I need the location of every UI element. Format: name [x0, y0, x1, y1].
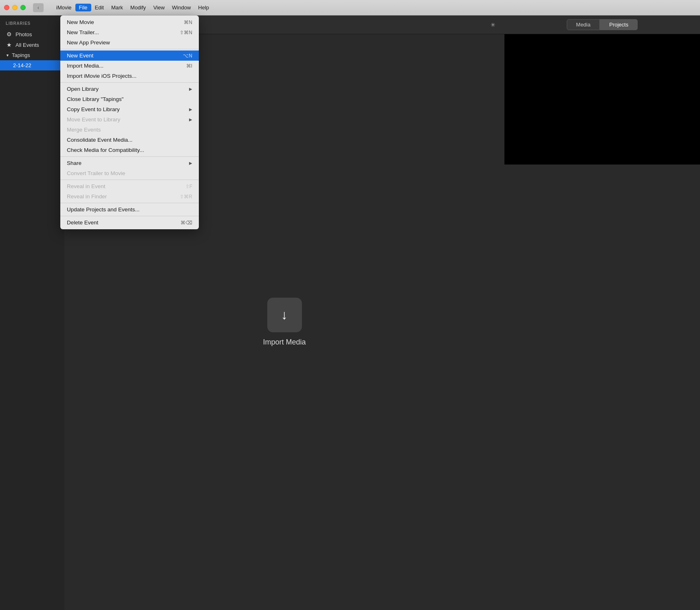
close-button[interactable]: [4, 5, 9, 10]
menubar-edit[interactable]: Edit: [91, 4, 108, 11]
menubar-mark[interactable]: Mark: [108, 4, 127, 11]
menu-new-event[interactable]: New Event ⌥N: [60, 50, 199, 61]
sidebar: LIBRARIES ⚙ Photos ★ All Events ▼ Taping…: [0, 15, 64, 610]
import-media-button[interactable]: ↓: [267, 298, 302, 332]
sidebar-group-tapings-label: Tapings: [12, 52, 30, 58]
back-button[interactable]: ‹: [33, 3, 44, 12]
menubar-window[interactable]: Window: [168, 4, 194, 11]
copy-event-arrow-icon: ▶: [189, 107, 192, 112]
menu-open-library[interactable]: Open Library ▶: [60, 84, 199, 94]
menu-open-library-label: Open Library: [67, 86, 99, 92]
menu-close-library-label: Close Library "Tapings": [67, 96, 123, 102]
menu-reveal-in-finder-shortcut: ⇧⌘R: [180, 194, 192, 200]
sidebar-item-all-events[interactable]: ★ All Events: [0, 39, 64, 50]
sidebar-group-tapings[interactable]: ▼ Tapings: [0, 50, 64, 60]
menu-import-media-shortcut: ⌘I: [186, 63, 192, 69]
import-media-label: Import Media: [263, 338, 306, 347]
menu-move-event-label: Move Event to Library: [67, 116, 120, 123]
menu-bar: ‹ iMovie File Edit Mark Modify View Wind…: [0, 0, 700, 15]
menu-delete-event-shortcut: ⌘⌫: [181, 220, 192, 226]
traffic-lights: [4, 5, 26, 10]
menubar-imovie[interactable]: iMovie: [53, 4, 75, 11]
menu-delete-event-label: Delete Event: [67, 219, 98, 226]
menu-new-movie-shortcut: ⌘N: [184, 20, 192, 25]
menu-merge-events[interactable]: Merge Events: [60, 125, 199, 135]
menu-convert-trailer-label: Convert Trailer to Movie: [67, 170, 125, 176]
menu-new-movie-label: New Movie: [67, 19, 94, 25]
menubar-help[interactable]: Help: [194, 4, 213, 11]
menu-convert-trailer[interactable]: Convert Trailer to Movie: [60, 168, 199, 178]
menu-reveal-in-event-label: Reveal in Event: [67, 183, 106, 189]
triangle-icon: ▼: [6, 53, 9, 57]
sidebar-item-photos-label: Photos: [15, 31, 32, 37]
menu-check-media-label: Check Media for Compatibility...: [67, 147, 144, 153]
tab-media[interactable]: Media: [567, 19, 600, 30]
sidebar-item-date-label: 2-14-22: [13, 62, 31, 68]
menu-reveal-in-event[interactable]: Reveal in Event ⇧F: [60, 181, 199, 191]
menu-new-app-preview-label: New App Preview: [67, 39, 110, 46]
menu-divider-5: [60, 203, 199, 203]
menu-consolidate-event[interactable]: Consolidate Event Media...: [60, 135, 199, 145]
menu-update-projects[interactable]: Update Projects and Events...: [60, 204, 199, 215]
menu-new-trailer-shortcut: ⇧⌘N: [180, 30, 192, 35]
menu-new-event-shortcut: ⌥N: [183, 53, 192, 59]
menu-divider-3: [60, 156, 199, 157]
photos-icon: ⚙: [6, 31, 12, 37]
menu-import-media[interactable]: Import Media... ⌘I: [60, 61, 199, 71]
menu-new-trailer-label: New Trailer...: [67, 29, 99, 35]
video-preview-area: [504, 34, 700, 165]
share-arrow-icon: ▶: [189, 161, 192, 165]
right-panel-topbar: Media Projects: [504, 15, 700, 34]
sidebar-item-photos[interactable]: ⚙ Photos: [0, 29, 64, 39]
menu-reveal-in-event-shortcut: ⇧F: [185, 184, 192, 189]
menu-divider-6: [60, 216, 199, 216]
menu-import-ios-label: Import iMovie iOS Projects...: [67, 73, 136, 79]
menubar-file[interactable]: File: [75, 4, 91, 11]
menu-import-ios[interactable]: Import iMovie iOS Projects...: [60, 71, 199, 81]
menubar-view[interactable]: View: [150, 4, 168, 11]
menu-new-app-preview[interactable]: New App Preview: [60, 37, 199, 48]
menu-new-event-label: New Event: [67, 53, 93, 59]
menu-consolidate-event-label: Consolidate Event Media...: [67, 137, 132, 143]
move-event-arrow-icon: ▶: [189, 117, 192, 122]
menu-reveal-in-finder[interactable]: Reveal in Finder ⇧⌘R: [60, 191, 199, 202]
menu-new-trailer[interactable]: New Trailer... ⇧⌘N: [60, 27, 199, 37]
import-arrow-icon: ↓: [281, 307, 288, 323]
menu-divider-4: [60, 180, 199, 180]
menu-reveal-in-finder-label: Reveal in Finder: [67, 193, 107, 200]
all-events-icon: ★: [6, 42, 12, 48]
tab-projects[interactable]: Projects: [600, 19, 638, 30]
menu-new-movie[interactable]: New Movie ⌘N: [60, 17, 199, 27]
menu-move-event[interactable]: Move Event to Library ▶: [60, 114, 199, 125]
minimize-button[interactable]: [12, 5, 18, 10]
menu-divider-2: [60, 82, 199, 83]
menu-delete-event[interactable]: Delete Event ⌘⌫: [60, 217, 199, 228]
file-menu[interactable]: New Movie ⌘N New Trailer... ⇧⌘N New App …: [60, 15, 199, 229]
menu-update-projects-label: Update Projects and Events...: [67, 206, 140, 213]
menubar-modify[interactable]: Modify: [127, 4, 150, 11]
menu-merge-events-label: Merge Events: [67, 127, 101, 133]
open-library-arrow-icon: ▶: [189, 87, 192, 91]
magic-wand-button[interactable]: ✳: [487, 19, 499, 31]
right-panel: Media Projects: [504, 15, 700, 610]
menu-copy-event-label: Copy Event to Library: [67, 106, 120, 112]
menu-share[interactable]: Share ▶: [60, 158, 199, 168]
menu-share-label: Share: [67, 160, 81, 166]
sidebar-section-label: LIBRARIES: [0, 21, 64, 26]
menu-check-media[interactable]: Check Media for Compatibility...: [60, 145, 199, 155]
menu-divider-1: [60, 49, 199, 49]
menu-close-library[interactable]: Close Library "Tapings": [60, 94, 199, 104]
right-panel-bottom: [504, 165, 700, 610]
sidebar-item-2-14-22[interactable]: 2-14-22: [0, 60, 64, 70]
fullscreen-button[interactable]: [20, 5, 26, 10]
menu-import-media-label: Import Media...: [67, 63, 103, 69]
menubar-apple[interactable]: [45, 7, 53, 9]
sidebar-item-all-events-label: All Events: [15, 42, 39, 48]
menu-copy-event[interactable]: Copy Event to Library ▶: [60, 104, 199, 114]
